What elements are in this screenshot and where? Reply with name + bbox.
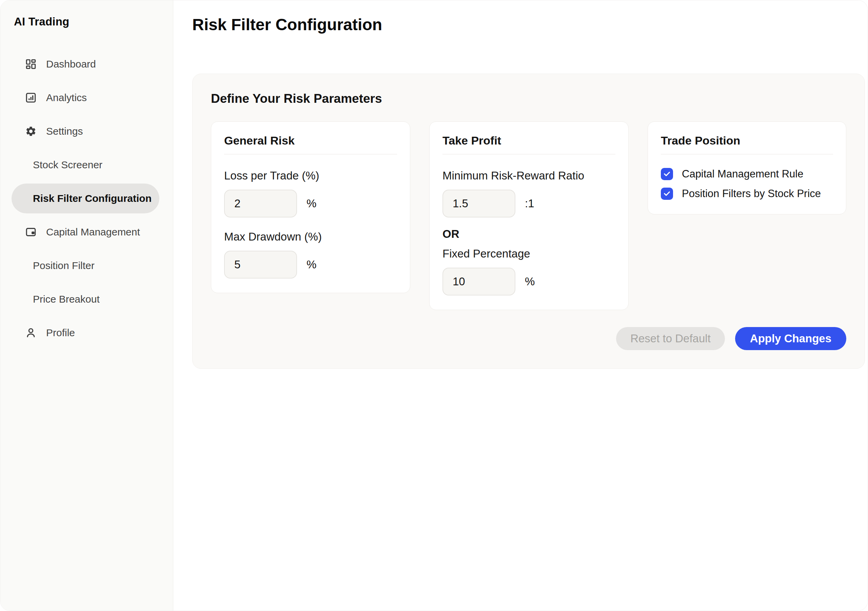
reset-to-default-button[interactable]: Reset to Default [616,327,725,350]
panel-title: Define Your Risk Parameters [211,92,846,106]
general-risk-title: General Risk [224,134,397,147]
sidebar-item-label: Price Breakout [33,294,100,305]
check-icon [663,190,671,197]
loss-per-trade-row: % [224,190,397,218]
position-filters-checkbox[interactable] [661,188,673,200]
loss-per-trade-input[interactable] [224,190,297,218]
capital-management-rule-checkbox[interactable] [661,168,673,180]
sidebar-item-settings[interactable]: Settings [11,117,160,146]
fixed-percentage-label: Fixed Percentage [442,247,615,260]
sidebar: AI Trading Dashboard [0,0,173,611]
min-risk-reward-label: Minimum Risk-Reward Ratio [442,169,615,182]
sidebar-item-label: Position Filter [33,260,95,271]
parameter-cards: General Risk Loss per Trade (%) % Max Dr… [211,121,846,310]
app-title: AI Trading [0,15,173,28]
risk-parameters-panel: Define Your Risk Parameters General Risk… [192,74,865,369]
trade-position-card: Trade Position Capital Management Rule [648,121,846,215]
sidebar-item-price-breakout[interactable]: Price Breakout [11,284,160,314]
position-filters-row: Position Filters by Stock Price [661,188,833,200]
fixed-percentage-row: % [442,268,615,295]
profile-icon [25,327,37,339]
take-profit-title: Take Profit [442,134,615,147]
or-label: OR [442,228,615,241]
sidebar-item-label: Analytics [46,92,87,104]
divider [224,154,397,154]
trade-position-title: Trade Position [661,134,833,147]
dashboard-icon [25,58,37,70]
checkbox-label: Capital Management Rule [682,168,803,180]
page-title: Risk Filter Configuration [192,15,865,34]
take-profit-card: Take Profit Minimum Risk-Reward Ratio :1… [429,121,629,310]
panel-actions: Reset to Default Apply Changes [211,327,846,350]
sidebar-item-capital-management[interactable]: Capital Management [11,217,160,247]
percent-suffix: % [307,258,316,271]
divider [661,154,833,154]
settings-icon [25,126,37,137]
percent-suffix: % [525,275,535,288]
max-drawdown-label: Max Drawdown (%) [224,230,397,243]
loss-per-trade-label: Loss per Trade (%) [224,169,397,182]
main-content: Risk Filter Configuration Define Your Ri… [173,0,868,611]
sidebar-item-label: Dashboard [46,58,96,70]
sidebar-item-label: Profile [46,327,75,339]
sidebar-item-stock-screener[interactable]: Stock Screener [11,150,160,180]
sidebar-nav: Dashboard Analytics [0,49,173,351]
sidebar-item-dashboard[interactable]: Dashboard [11,49,160,79]
check-icon [663,170,671,178]
sidebar-item-profile[interactable]: Profile [11,318,160,348]
max-drawdown-row: % [224,251,397,278]
fixed-percentage-input[interactable] [442,268,515,295]
wallet-icon [25,226,37,238]
general-risk-card: General Risk Loss per Trade (%) % Max Dr… [211,121,410,293]
ratio-suffix: :1 [525,197,534,210]
analytics-icon [25,92,37,104]
min-risk-reward-row: :1 [442,190,615,218]
percent-suffix: % [307,197,316,210]
sidebar-item-label: Risk Filter Configuration [33,193,152,204]
checkbox-label: Position Filters by Stock Price [682,188,821,200]
apply-changes-button[interactable]: Apply Changes [735,327,846,350]
sidebar-item-position-filter[interactable]: Position Filter [11,251,160,281]
sidebar-item-analytics[interactable]: Analytics [11,83,160,113]
app-window: AI Trading Dashboard [0,0,868,611]
capital-management-rule-row: Capital Management Rule [661,168,833,180]
sidebar-item-label: Stock Screener [33,159,102,171]
min-risk-reward-input[interactable] [442,190,515,218]
sidebar-item-label: Capital Management [46,226,140,238]
divider [442,154,615,154]
sidebar-item-label: Settings [46,126,83,137]
max-drawdown-input[interactable] [224,251,297,278]
sidebar-item-risk-filter-configuration[interactable]: Risk Filter Configuration [11,183,160,213]
